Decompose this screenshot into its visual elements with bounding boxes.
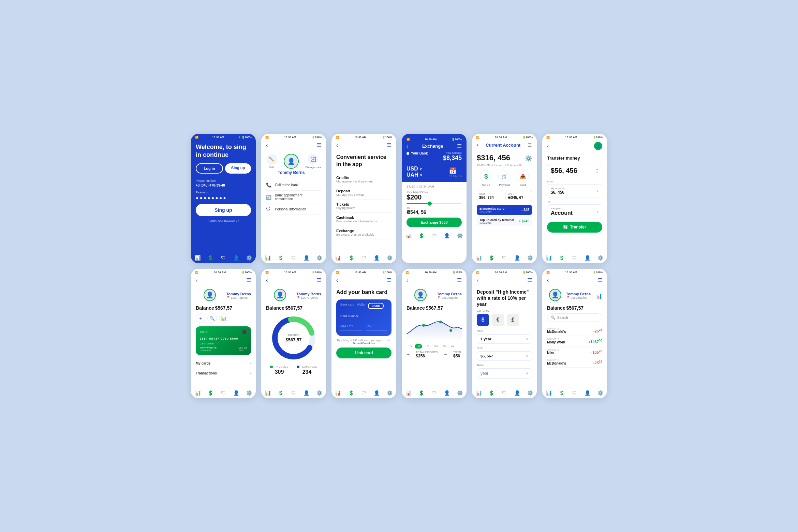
nav-stats-7[interactable]: 📊 xyxy=(195,390,201,396)
expiry-field[interactable]: MM / YY xyxy=(340,322,362,330)
nav-dollar-9[interactable]: 💲 xyxy=(348,390,354,396)
nav-user-9[interactable]: 👤 xyxy=(374,390,380,396)
back-button-12[interactable]: ‹ xyxy=(547,277,549,283)
nav-dollar-3[interactable]: 💲 xyxy=(348,255,354,261)
back-button-6[interactable]: ‹ xyxy=(547,143,549,149)
exchange-slider[interactable] xyxy=(407,203,462,204)
total-minus-btn[interactable]: − xyxy=(444,352,447,358)
back-button-8[interactable]: ‹ xyxy=(266,277,268,283)
tab-card-active[interactable]: CARD xyxy=(368,303,384,309)
nav-settings-5[interactable]: ⚙️ xyxy=(527,255,533,261)
nav-dollar-2[interactable]: 💲 xyxy=(278,255,284,261)
cvv-field[interactable]: CVV xyxy=(366,322,387,330)
nav-shield-4[interactable]: 🛡 xyxy=(432,233,437,238)
filter-1d[interactable]: 1D xyxy=(407,344,413,349)
service-credits[interactable]: Credits Management and payment xyxy=(336,173,391,186)
nav-user-5[interactable]: 👤 xyxy=(514,255,520,261)
nav-stats-8[interactable]: 📊 xyxy=(265,390,271,396)
nav-user-icon[interactable]: 👤 xyxy=(233,255,239,261)
nav-dollar-6[interactable]: 💲 xyxy=(559,255,565,261)
tab-bank-card[interactable]: Bank card xyxy=(340,303,354,309)
nav-user-8[interactable]: 👤 xyxy=(304,390,309,396)
back-button-2[interactable]: ‹ xyxy=(266,142,268,148)
topup-action[interactable]: 💲 Top up xyxy=(480,170,492,187)
nav-shield-2[interactable]: 🛡 xyxy=(291,255,296,261)
calendar-icon-4[interactable]: 📅 xyxy=(449,167,462,175)
hamburger-8[interactable]: ☰ xyxy=(316,277,321,283)
nav-user-11[interactable]: 👤 xyxy=(514,390,520,396)
service-deposit[interactable]: Deposit Manage you savings xyxy=(336,186,391,200)
nav-shield-9[interactable]: 🛡 xyxy=(361,390,366,396)
nav-stats-2[interactable]: 📊 xyxy=(265,255,271,261)
service-exchange[interactable]: Exchange Be aware, change profitably xyxy=(336,226,391,239)
nav-shield-3[interactable]: 🛡 xyxy=(361,255,366,261)
hamburger-3[interactable]: ☰ xyxy=(387,142,391,148)
filter-6m[interactable]: 6M xyxy=(441,344,448,349)
nav-settings-icon[interactable]: ⚙️ xyxy=(246,255,252,261)
nav-settings-9[interactable]: ⚙️ xyxy=(387,390,393,396)
nav-shield-7[interactable]: 🛡 xyxy=(221,390,226,396)
change-user-item[interactable]: 🔄 Change user xyxy=(305,154,321,169)
transaction-row-1[interactable]: 18/01/2019 McDonald's -2525 xyxy=(547,325,602,336)
nav-user-10[interactable]: 👤 xyxy=(444,390,450,396)
nav-stats-4[interactable]: 📊 xyxy=(405,233,411,238)
nav-dollar-4[interactable]: 💲 xyxy=(418,233,424,238)
transaction-row-2[interactable]: 18/01/2019 Molly Work +146700 xyxy=(547,336,602,346)
nav-user-7[interactable]: 👤 xyxy=(233,390,239,396)
filter-1m[interactable]: 1M xyxy=(424,344,431,349)
nav-settings-6[interactable]: ⚙️ xyxy=(597,255,603,261)
link-card-button[interactable]: Link card xyxy=(336,348,391,358)
back-button-3[interactable]: ‹ xyxy=(336,142,338,148)
card-number-field[interactable]: Card number xyxy=(340,312,387,320)
service-tickets[interactable]: Tickets Buying tickets xyxy=(336,200,391,213)
term-field-11[interactable]: year ∨ xyxy=(477,368,532,379)
nav-stats-11[interactable]: 📊 xyxy=(476,390,482,396)
transfer-button[interactable]: 🔄 Transfer xyxy=(547,222,602,233)
nav-stats-12[interactable]: 📊 xyxy=(546,390,552,396)
gear-icon-5[interactable]: ⚙️ xyxy=(525,155,532,162)
chart-button-7[interactable]: 📊 xyxy=(219,313,228,323)
nav-stats-6[interactable]: 📊 xyxy=(546,255,552,261)
back-button-10[interactable]: ‹ xyxy=(407,277,408,283)
nav-stats-5[interactable]: 📊 xyxy=(476,255,482,261)
hamburger-button-2[interactable]: ☰ xyxy=(316,142,321,148)
hamburger-11[interactable]: ☰ xyxy=(527,277,532,283)
terms-link[interactable]: Terms&Conditions xyxy=(353,342,375,345)
hamburger-9[interactable]: ☰ xyxy=(387,277,391,283)
nav-shield-icon[interactable]: 🛡 xyxy=(221,255,226,261)
nav-user-2[interactable]: 👤 xyxy=(304,255,309,261)
sum-field-11[interactable]: $5, 567 ∨ xyxy=(477,351,532,361)
nav-shield-6[interactable]: 🛡 xyxy=(572,255,577,261)
search-input-12[interactable] xyxy=(557,316,601,320)
menu-item-personal[interactable]: 🛡 Personal information xyxy=(266,204,321,215)
nav-stats-3[interactable]: 📊 xyxy=(335,255,341,261)
from-box[interactable]: My account $6, 456 ∨ xyxy=(547,184,602,197)
nav-settings-10[interactable]: ⚙️ xyxy=(457,390,463,396)
nav-settings-12[interactable]: ⚙️ xyxy=(597,390,603,396)
nav-settings-8[interactable]: ⚙️ xyxy=(316,390,322,396)
nav-dollar-7[interactable]: 💲 xyxy=(208,390,213,396)
big-signup-button[interactable]: Sing up xyxy=(196,204,251,216)
signup-button[interactable]: Sing up xyxy=(225,163,251,174)
search-button-7[interactable]: 🔍 xyxy=(207,313,217,323)
transaction-topup[interactable]: Top up card by terminal 12/02/2019 + $74… xyxy=(477,216,532,226)
nav-dollar-8[interactable]: 💲 xyxy=(278,390,284,396)
transaction-row-3[interactable]: 18/01/2019 Nike -10525 xyxy=(547,346,602,357)
nav-stats-icon[interactable]: 📊 xyxy=(195,255,201,261)
back-button-4[interactable]: ‹ xyxy=(407,143,408,149)
nav-dollar-icon[interactable]: 💲 xyxy=(208,255,213,261)
to-box[interactable]: Recipient Account ∨ xyxy=(547,204,602,219)
nav-dollar-5[interactable]: 💲 xyxy=(489,255,494,261)
nav-shield-5[interactable]: 🛡 xyxy=(502,255,507,261)
transactions-link[interactable]: Transactions › xyxy=(196,368,251,378)
nav-shield-10[interactable]: 🛡 xyxy=(432,390,437,396)
nav-shield-11[interactable]: 🛡 xyxy=(502,390,507,396)
nav-dollar-10[interactable]: 💲 xyxy=(418,390,424,396)
nav-user-3[interactable]: 👤 xyxy=(374,255,380,261)
nav-dollar-11[interactable]: 💲 xyxy=(489,390,494,396)
payment-action[interactable]: 🛒 Payment xyxy=(498,170,511,187)
transaction-electronics[interactable]: Electronics store 12/02/2019 - $45 xyxy=(477,205,532,215)
back-button-5[interactable]: ‹ xyxy=(477,142,478,148)
nav-stats-9[interactable]: 📊 xyxy=(335,390,341,396)
nav-settings-11[interactable]: ⚙️ xyxy=(527,390,533,396)
